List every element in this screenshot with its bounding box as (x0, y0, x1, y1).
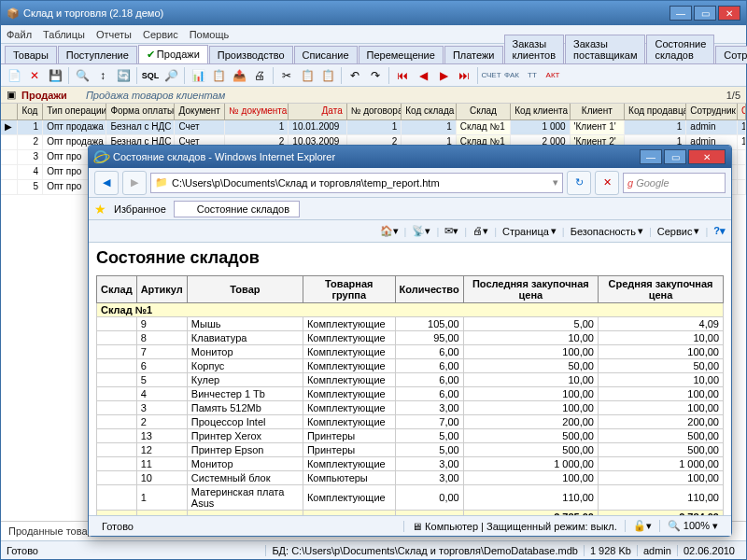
tab-client-orders[interactable]: Заказы клиентов (504, 35, 565, 63)
col-docnum[interactable]: № документа (225, 104, 289, 119)
search-box[interactable]: g Google (623, 173, 726, 193)
col-contract[interactable]: № договора (347, 104, 402, 119)
cmd-mail[interactable]: ✉▾ (444, 225, 458, 237)
ie-window: Состояние складов - Windows Internet Exp… (88, 145, 732, 537)
favorites-label[interactable]: Избранное (114, 203, 166, 215)
main-tabs: Товары Поступление ✔Продажи Производство… (1, 44, 746, 64)
cmd-rss[interactable]: 📡▾ (412, 225, 430, 237)
tool-paste[interactable]: 📋 (318, 66, 337, 85)
tool-report1[interactable]: 📊 (189, 66, 207, 85)
tab-production[interactable]: Производство (209, 46, 293, 63)
nav-first[interactable]: ⏮ (393, 66, 412, 85)
tool-sql[interactable]: SQL (141, 66, 160, 85)
tool-filter[interactable]: 🔍 (73, 66, 92, 85)
status-ready: Готово (7, 545, 265, 556)
menu-tables[interactable]: Таблицы (43, 29, 85, 40)
nav-prev[interactable]: ◀ (414, 66, 432, 85)
back-button[interactable]: ◀ (94, 171, 119, 195)
address-bar[interactable]: 📁 C:\Users\p\Documents\Склад и торговля\… (150, 173, 563, 193)
collapse-icon[interactable]: ▣ (7, 89, 16, 101)
tool-report2[interactable]: 📋 (209, 66, 228, 85)
cmd-service[interactable]: Сервис▾ (657, 225, 700, 237)
col-employee[interactable]: Сотрудник (686, 104, 738, 119)
close-button[interactable]: ✕ (718, 6, 740, 21)
status-date: 02.06.2010 (677, 545, 740, 556)
col-wh[interactable]: Склад (457, 104, 512, 119)
ie-close-button[interactable]: ✕ (688, 149, 726, 164)
col-optype[interactable]: Тип операции (43, 104, 106, 119)
tab-supplier-orders[interactable]: Заказы поставщикам (565, 35, 645, 63)
col-date[interactable]: Дата (289, 104, 346, 119)
col-clientcode[interactable]: Код клиента (511, 104, 570, 119)
refresh-button[interactable]: ↻ (567, 171, 591, 195)
ie-favbar: ★ Избранное Состояние складов (89, 198, 731, 220)
tool-redo[interactable]: ↷ (366, 66, 385, 85)
tool-delete[interactable]: ✕ (25, 66, 44, 85)
tool-refresh[interactable]: 🔄 (114, 66, 133, 85)
forward-button[interactable]: ▶ (122, 171, 147, 195)
cmd-security[interactable]: Безопасность▾ (571, 225, 643, 237)
tool-cut[interactable]: ✂ (277, 66, 296, 85)
minimize-button[interactable]: — (669, 6, 692, 21)
folder-icon: 📁 (155, 176, 168, 189)
address-text: C:\Users\p\Documents\Склад и торговля\te… (172, 177, 440, 189)
ie-maximize-button[interactable]: ▭ (664, 149, 686, 164)
tab-sales[interactable]: ✔Продажи (138, 45, 208, 63)
col-doc[interactable]: Документ (175, 104, 225, 119)
tab-payments[interactable]: Платежи (444, 46, 503, 63)
sub-header: ▣ Продажи Продажа товаров клиентам 1/5 (1, 87, 746, 104)
col-payform[interactable]: Форма оплаты (106, 104, 175, 119)
tool-doc2[interactable]: ФАК (502, 66, 521, 85)
tool-copy[interactable]: 📋 (298, 66, 317, 85)
table-row[interactable]: ▶1Опт продажаБезнал с НДССчет110.01.2009… (1, 120, 746, 135)
main-titlebar: 📦 Склад и торговля (2.18 демо) — ▭ ✕ (1, 1, 746, 25)
menu-service[interactable]: Сервис (143, 29, 178, 40)
ie-tab[interactable]: Состояние складов (174, 201, 300, 217)
tab-goods[interactable]: Товары (5, 46, 57, 63)
ie-title: Состояние складов - Windows Internet Exp… (113, 151, 640, 162)
tab-warehouse-state[interactable]: Состояние складов (646, 35, 714, 63)
dropdown-icon[interactable]: ▾ (553, 176, 558, 189)
nav-next[interactable]: ▶ (434, 66, 453, 85)
col-whcode[interactable]: Код склада (402, 104, 457, 119)
tab-employees[interactable]: Сотрудники (715, 46, 747, 63)
col-sum[interactable]: Сумма (738, 104, 746, 119)
tab-writeoff[interactable]: Списание (294, 46, 358, 63)
menu-help[interactable]: Помощь (190, 29, 230, 40)
tool-save[interactable]: 💾 (46, 66, 64, 85)
row-counter: 1/5 (726, 90, 740, 101)
tab-transfer[interactable]: Перемещение (359, 46, 444, 63)
tool-new[interactable]: 📄 (5, 66, 23, 85)
report-title: Состояние складов (96, 248, 724, 268)
cmd-print[interactable]: 🖨▾ (472, 225, 488, 237)
col-code[interactable]: Код (18, 104, 43, 119)
tab-incoming[interactable]: Поступление (58, 46, 137, 63)
app-icon: 📦 (7, 7, 20, 20)
tool-sort[interactable]: ↕ (93, 66, 112, 85)
col-client[interactable]: Клиент (571, 104, 626, 119)
ie-status-ready: Готово (94, 521, 141, 532)
ie-status-protected[interactable]: 🔓▾ (625, 520, 659, 532)
tool-undo[interactable]: ↶ (345, 66, 364, 85)
nav-last[interactable]: ⏭ (455, 66, 473, 85)
cmd-home[interactable]: 🏠▾ (380, 225, 399, 237)
favorites-star-icon[interactable]: ★ (94, 202, 106, 217)
tool-find[interactable]: 🔎 (162, 66, 180, 85)
report-table: СкладАртикулТоварТоварная группаКоличест… (96, 275, 724, 515)
tool-doc3[interactable]: ТТ (523, 66, 542, 85)
menu-reports[interactable]: Отчеты (96, 29, 132, 40)
maximize-button[interactable]: ▭ (694, 6, 716, 21)
tool-doc1[interactable]: СЧЕТ (482, 66, 500, 85)
tool-print[interactable]: 🖨 (250, 66, 269, 85)
cmd-help[interactable]: ?▾ (713, 225, 726, 237)
stop-button[interactable]: ✕ (595, 171, 619, 195)
section-desc: Продажа товаров клиентам (86, 90, 726, 101)
tool-doc4[interactable]: АКТ (543, 66, 562, 85)
menu-file[interactable]: Файл (7, 29, 32, 40)
col-sellercode[interactable]: Код продавца (625, 104, 686, 119)
tool-export[interactable]: 📤 (230, 66, 248, 85)
cmd-page[interactable]: Страница▾ (502, 225, 557, 237)
section-label: Продажи (21, 90, 67, 101)
ie-status-zoom[interactable]: 🔍 100% ▾ (659, 520, 726, 532)
ie-minimize-button[interactable]: — (640, 149, 662, 164)
